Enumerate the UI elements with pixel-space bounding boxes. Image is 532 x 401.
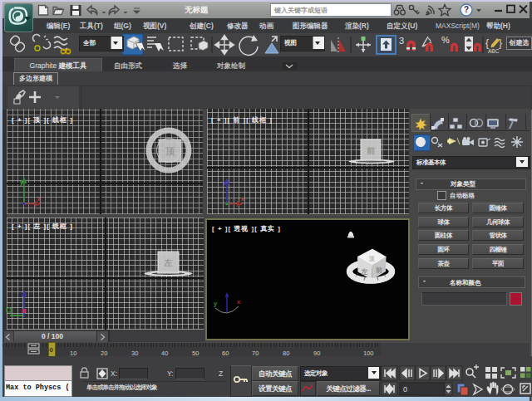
svg-text:0: 0 <box>403 385 407 394</box>
svg-text:x: x <box>37 196 41 202</box>
svg-text:左: 左 <box>361 268 368 276</box>
svg-text:前: 前 <box>366 146 376 155</box>
svg-text:顶: 顶 <box>165 146 175 156</box>
svg-text:x: x <box>241 196 244 202</box>
svg-text:前: 前 <box>375 267 382 274</box>
svg-text:x: x <box>237 298 241 306</box>
svg-text:z: z <box>223 180 226 186</box>
svg-text:y: y <box>214 300 218 307</box>
svg-text:左: 左 <box>164 258 173 267</box>
svg-text:y: y <box>20 179 23 186</box>
svg-text:顶: 顶 <box>368 256 375 262</box>
